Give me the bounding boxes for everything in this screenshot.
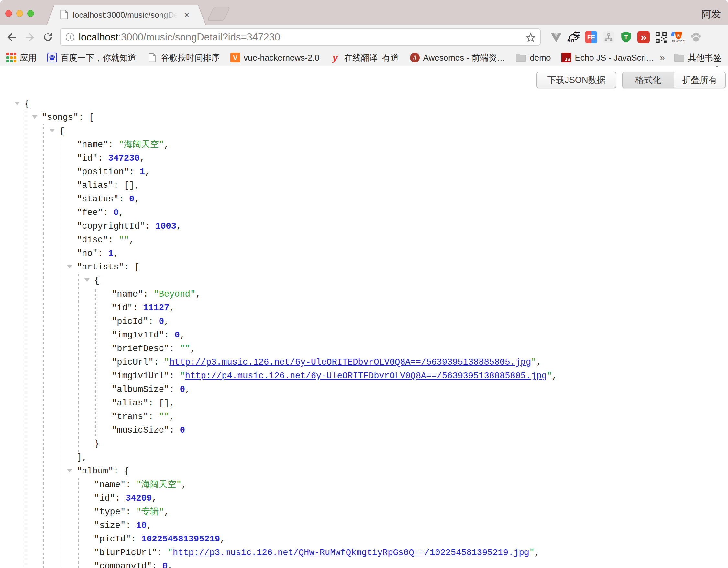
profile-name[interactable]: 阿发 [701,8,721,21]
collapse-all-button[interactable]: 折叠所有 [674,72,725,88]
extension-paw-icon[interactable] [689,30,703,44]
bookmark-item[interactable]: y在线翻译_有道 [330,52,399,63]
bookmark-item[interactable]: AAwesomes - 前端资… [410,52,505,63]
json-token: , [536,358,541,367]
back-button[interactable] [3,25,21,50]
other-bookmarks-folder[interactable]: 其他书签 [674,52,722,63]
tab-close-icon[interactable]: × [184,10,190,20]
json-link[interactable]: http://p3.music.126.net/QHw-RuMwfQkmgtiy… [173,548,529,558]
json-key: "name" [112,290,143,299]
extension-tampermonkey-icon[interactable]: T [619,30,633,44]
collapse-arrow-icon[interactable] [15,102,20,105]
json-key: "id" [112,303,133,313]
browser-tab-inner[interactable]: localhost:3000/music/songDet × [47,5,205,25]
json-line: "companyId": 0, [0,560,728,568]
json-key: "alias" [112,398,148,408]
json-token: , [147,521,152,530]
close-window-button[interactable] [5,10,12,17]
json-key: "picUrl" [112,358,154,367]
json-number-value: 1 [108,249,113,258]
json-line: { [0,124,728,138]
collapse-arrow-icon[interactable] [67,469,72,473]
json-key: "name" [94,480,126,490]
url-bar[interactable]: localhost:3000/music/songDetail?ids=3472… [60,28,541,46]
json-number-value: 0 [180,426,185,435]
json-line: "copyrightId": 1003, [0,219,728,233]
bookmark-item[interactable]: 应用 [6,52,37,63]
bookmark-item[interactable]: demo [516,52,551,63]
json-token: : [164,330,174,340]
json-line: "name": "海阔天空", [0,478,728,492]
extension-html5-player-icon[interactable]: 5PLAYER [672,30,685,44]
json-token: { [124,466,129,476]
json-line: "id": 11127, [0,301,728,315]
json-token: , [82,453,87,462]
json-line: "blurPicUrl": "http://p3.music.126.net/Q… [0,546,728,560]
forward-button[interactable] [21,25,39,50]
json-token: , [164,507,169,517]
json-line: "briefDesc": "", [0,342,728,356]
json-line: } [0,437,728,451]
json-link[interactable]: http://p3.music.126.net/6y-UleORITEDbvrO… [169,358,531,367]
minimize-window-button[interactable] [16,10,23,17]
collapse-arrow-icon[interactable] [32,115,37,119]
collapse-arrow-icon[interactable] [84,278,90,282]
json-empty-array: [] [124,181,134,190]
json-token: : [126,507,136,517]
json-key: "artists" [77,262,124,272]
extension-fast-forward-icon[interactable]: » [637,30,650,44]
bookmark-star-icon[interactable] [524,31,537,45]
json-token: " [164,358,169,367]
bookmark-item[interactable]: JSEcho JS - JavaScri… [561,53,654,63]
vue-v-icon: V [230,53,240,62]
json-key: "type" [94,507,126,517]
extension-sitemap-icon[interactable] [602,30,615,44]
html5-shield: 5 [675,32,682,39]
json-token: : [113,181,124,190]
download-json-button[interactable]: 下载JSON数据 [536,72,616,88]
json-token: : [124,262,134,272]
window-controls [5,10,34,17]
json-key: "no" [77,249,98,258]
browser-tab[interactable]: localhost:3000/music/songDet × [46,5,206,25]
json-token: , [152,494,157,503]
new-tab-button[interactable] [207,7,230,21]
extension-vue-devtools-icon[interactable] [549,30,563,44]
bookmarks-right: » 其他书签 [660,52,722,63]
bookmark-item[interactable]: 谷歌按时间排序 [147,52,220,63]
reload-button[interactable] [39,25,57,50]
format-button[interactable]: 格式化 [623,72,674,88]
json-line: "albumSize": 0, [0,383,728,396]
json-token: : [126,521,136,530]
json-key: "copyrightId" [77,221,145,231]
site-info-icon[interactable] [66,33,74,41]
bookmarks-overflow-chevron-icon[interactable]: » [660,52,665,63]
json-token: , [185,385,190,395]
extension-qr-code-icon[interactable] [654,30,668,44]
json-token: : [148,398,159,408]
json-link[interactable]: http://p4.music.126.net/6y-UleORITEDbvrO… [185,371,547,381]
json-token: : [115,494,126,503]
json-number-value: 10 [136,521,147,530]
json-line: { [0,274,728,288]
json-number-value: 0 [162,562,168,568]
collapse-arrow-icon[interactable] [67,265,72,268]
extension-translate-icon[interactable]: 英en [567,30,580,44]
extensions-bar: 英enFET»5PLAYER [549,25,703,50]
json-line: { [0,97,728,111]
json-line: "artists": [ [0,260,728,274]
bookmark-item[interactable]: 百度一下，你就知道 [47,52,136,63]
view-mode-segmented-control: 格式化 折叠所有 [622,72,726,88]
extension-fe-icon[interactable]: FE [584,30,598,44]
fullscreen-window-button[interactable] [27,10,34,17]
json-string-value: "" [119,235,129,245]
json-token: : [98,153,108,163]
bookmark-item[interactable]: Vvue-hackernews-2.0 [230,53,319,63]
json-key: "id" [94,494,115,503]
tree-guide-line [26,111,26,568]
json-token: , [134,194,139,204]
json-key: "songs" [42,113,78,122]
collapse-arrow-icon[interactable] [50,129,55,132]
url-host: localhost [79,31,118,43]
json-token: , [169,303,174,313]
